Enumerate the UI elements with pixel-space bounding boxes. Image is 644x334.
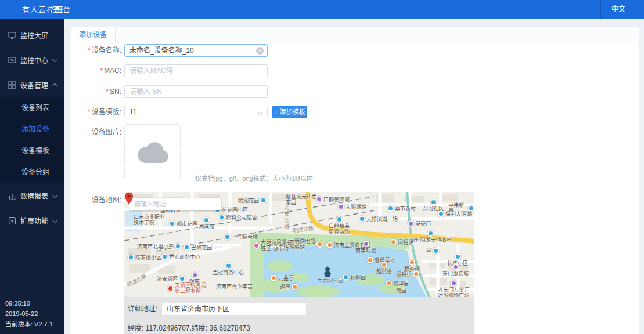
language-switch-button[interactable]: 中文 [600, 0, 636, 19]
map-poi: 天桥区税务局 第二税务所 [167, 282, 206, 294]
map-poi: 九曲亭 [271, 275, 294, 281]
sidebar-item-label: 监控中心 [20, 55, 53, 65]
map-poi-label: 燃料公司宿舍 [226, 215, 257, 220]
detail-address-label: 详细地址: [128, 303, 157, 315]
map-poi: 鹊华居 [386, 280, 409, 286]
device-name-value: 未命名_设备名称_10 [129, 46, 194, 55]
map-poi-icon [433, 248, 439, 254]
device-name-label: *设备名称: [70, 44, 121, 57]
clear-icon[interactable]: × [256, 47, 264, 55]
map-poi: 保利大明湖 [438, 210, 472, 217]
sidebar-item-monitor-screen[interactable]: 监控大屏 [0, 23, 64, 48]
map-poi-icon [128, 254, 134, 260]
map-poi-icon [409, 259, 415, 266]
map-poi-icon [413, 271, 419, 277]
map-poi-icon [271, 275, 277, 281]
map-poi-icon [386, 280, 392, 286]
map-poi-icon [326, 242, 333, 248]
tab-add-device[interactable]: 添加设备 [70, 27, 116, 43]
map-poi: 南丰戏楼 [355, 241, 376, 253]
map-poi: 世宏商务中心 [161, 253, 200, 260]
map-poi-label: 白鹤装饰城 [323, 197, 350, 202]
sidebar-item-device-list[interactable]: 设备列表 [0, 97, 64, 119]
sidebar-item-monitor-center[interactable]: 监控中心 [0, 48, 64, 72]
device-template-select[interactable]: 11 [124, 106, 268, 118]
map-poi: 济安新区 [157, 275, 185, 282]
map-poi-label: 学 [426, 248, 431, 254]
map-poi-icon [218, 214, 225, 220]
map-poi-icon [455, 253, 461, 260]
map-poi-label: 都市花园 [177, 221, 197, 227]
map-poi: 白鹤装饰城 [316, 196, 350, 202]
monitor-icon [8, 56, 16, 64]
map-poi-label: 明湖花园 [238, 198, 259, 204]
map-poi: 济南市青少年宫 [216, 284, 253, 289]
sidebar-item-device-template[interactable]: 设备模板 [0, 140, 64, 162]
map-poi-label: 陈家楼小区 [135, 255, 161, 260]
detail-address-input[interactable]: 山东省济南市历下区 [161, 303, 307, 315]
map-poi-icon [452, 264, 459, 270]
map-poi: 天桥滨湖广场 [359, 216, 398, 222]
current-time: 09:35:10 [5, 298, 53, 308]
sidebar-item-label: 设备管理 [20, 80, 53, 90]
add-template-button[interactable]: + 添加模板 [272, 106, 307, 118]
map-road-label: 明湖北路 [292, 224, 314, 235]
map-poi: 山东商业职业 技术学院 [134, 214, 165, 226]
map-poi: 朗园 [396, 288, 406, 293]
sn-input[interactable]: 请输入 SN [124, 85, 268, 98]
image-upload-box[interactable] [124, 124, 181, 180]
map-poi-label: A座 明湖天地-B座 [410, 237, 452, 243]
device-template-label: *设备模板: [70, 106, 121, 118]
sidebar-item-data-report[interactable]: 数据报表 [0, 183, 64, 208]
map-poi: 湖滨苑 [199, 217, 214, 230]
map-poi-icon [184, 244, 190, 251]
map-poi-label: 菜市新村 [395, 206, 416, 212]
map-poi-label: 大明湖电瓶 船船站 [289, 238, 315, 250]
map-poi: 燃料公司宿舍 [218, 214, 257, 220]
device-map[interactable]: 明湖花园融基湖光山色 家园白鹤装饰城大明湖站康桥社区荷花园小区燃料公司宿舍山东商… [124, 192, 474, 297]
device-name-input[interactable]: 未命名_设备名称_10 × [124, 44, 268, 57]
map-search-input[interactable]: 请输入地址 [129, 198, 221, 210]
map-poi-icon [451, 280, 457, 286]
sidebar-item-label: 扩展功能 [20, 216, 53, 226]
sidebar-item-add-device[interactable]: 添加设备 [0, 119, 64, 140]
map-poi-icon [175, 243, 181, 249]
sidebar-item-device-management[interactable]: 设备管理 [0, 72, 64, 97]
hamburger-menu-icon[interactable] [53, 6, 63, 13]
map-poi: 超然楼 [376, 262, 392, 274]
map-poi: 白鹤精品 厨具商场 [329, 216, 350, 235]
map-poi-icon [179, 275, 185, 282]
map-poi-label: 山东商业职业 技术学院 [134, 214, 165, 226]
map-poi-label: 一号综合楼 [232, 234, 258, 240]
screen-icon [8, 31, 16, 39]
map-poi-icon [336, 216, 343, 223]
map-pin-icon [124, 192, 134, 205]
topbar: 有人云控制台 中文 [0, 0, 644, 19]
map-poi-icon [292, 284, 298, 290]
map-poi-icon [161, 253, 168, 260]
map-poi-icon [338, 204, 344, 210]
device-template-value: 11 [129, 108, 136, 116]
map-poi-label: 天桥滨湖广场 [366, 216, 398, 222]
map-poi-label: 东门服装城 [442, 271, 469, 277]
map-poi-label: 天桥区税务局 第二税务所 [175, 282, 206, 294]
map-poi-icon [390, 239, 397, 245]
sidebar-item-extension[interactable]: 扩展功能 [0, 208, 64, 233]
map-poi-label: 湖滨苑 [199, 224, 214, 230]
map-poi-icon [427, 230, 434, 237]
current-date: 2019-05-22 [5, 308, 53, 319]
add-device-card: 添加设备 *设备名称: 未命名_设备名称_10 × *MAC: 请输入MAC码 … [70, 27, 639, 334]
map-poi-label: 南丰戏楼 [355, 248, 376, 253]
sn-placeholder: 请输入 SN [129, 88, 162, 96]
map-poi-label: 老东门万货汇 时尚购物广场 [438, 287, 469, 297]
map-poi: 济南市北坦小学 [137, 243, 181, 249]
map-poi: 藕神祠 [404, 259, 420, 272]
chevron-down-icon [52, 192, 58, 198]
map-poi-label: 白鹤精品 厨具商场 [329, 223, 350, 235]
mac-input[interactable]: 请输入MAC码 [124, 64, 268, 77]
device-image-label: 设备图片: [70, 126, 121, 139]
map-poi: 菜市新村 [387, 205, 416, 212]
sidebar-item-label: 数据报表 [20, 191, 53, 201]
sidebar-item-device-group[interactable]: 设备分组 [0, 162, 64, 183]
map-poi-label: 济安新区 [157, 276, 178, 282]
